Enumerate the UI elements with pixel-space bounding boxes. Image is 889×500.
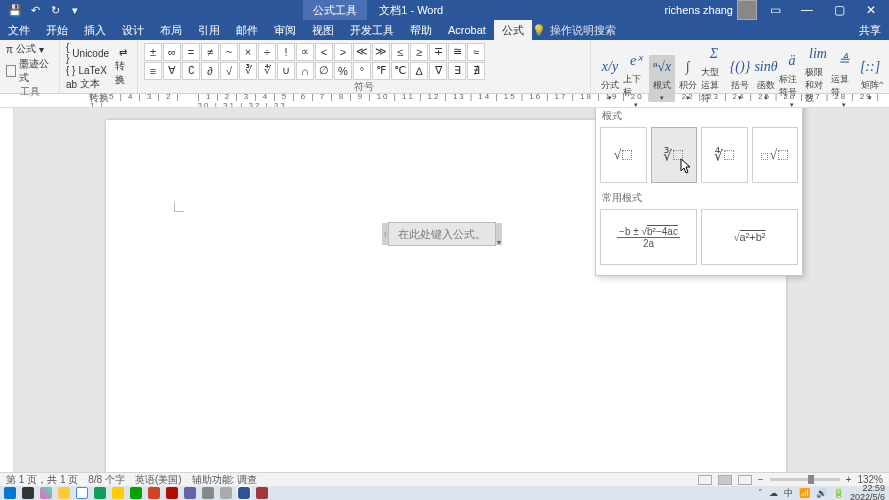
symbol-cell[interactable]: % <box>334 62 352 80</box>
equation-options-dropdown[interactable]: ▾ <box>497 238 501 247</box>
status-page[interactable]: 第 1 页，共 1 页 <box>6 473 78 487</box>
symbol-cell[interactable]: ~ <box>220 43 238 61</box>
latex-option[interactable]: { }LaTeX <box>66 65 107 76</box>
symbol-cell[interactable]: > <box>334 43 352 61</box>
tray-wifi-icon[interactable]: 📶 <box>799 488 810 498</box>
radical-template-nthrt[interactable]: √ <box>752 127 799 183</box>
symbol-cell[interactable]: ∁ <box>182 62 200 80</box>
symbol-cell[interactable]: ≫ <box>372 43 390 61</box>
structure-积分[interactable]: ∫积分▾ <box>675 55 701 102</box>
symbol-cell[interactable]: ℉ <box>372 62 390 80</box>
task-wechat-icon[interactable] <box>94 487 106 499</box>
task-teams-icon[interactable] <box>184 487 196 499</box>
structure-极限和对数[interactable]: lim极限和对数▾ <box>805 42 831 115</box>
task-acrobat-icon[interactable] <box>166 487 178 499</box>
structure-上下标[interactable]: eˣ上下标▾ <box>623 49 649 109</box>
task-app1-icon[interactable] <box>202 487 214 499</box>
structure-大型运算符[interactable]: Σ大型运算符▾ <box>701 42 727 115</box>
text-option[interactable]: ab文本 <box>66 77 100 91</box>
symbol-cell[interactable]: ∂ <box>201 62 219 80</box>
convert-button[interactable]: ⇄ 转换 <box>115 47 131 87</box>
collapse-ribbon-icon[interactable]: ⌃ <box>877 80 885 91</box>
tab-view[interactable]: 视图 <box>304 20 342 40</box>
symbol-cell[interactable]: ≥ <box>410 43 428 61</box>
symbol-cell[interactable]: ∇ <box>429 62 447 80</box>
task-app2-icon[interactable] <box>220 487 232 499</box>
task-copilot-icon[interactable] <box>40 487 52 499</box>
structure-根式[interactable]: ⁿ√x根式▾ <box>649 55 675 102</box>
task-search-icon[interactable] <box>22 487 34 499</box>
tray-battery-icon[interactable]: 🔋 <box>833 488 844 498</box>
unicode-option[interactable]: { }Unicode <box>66 42 109 64</box>
view-read-mode[interactable] <box>698 475 712 485</box>
zoom-slider[interactable] <box>770 478 840 481</box>
equation-content-control[interactable]: ⁝ 在此处键入公式。 ▾ <box>388 222 496 246</box>
symbol-cell[interactable]: × <box>239 43 257 61</box>
task-chrome-icon[interactable] <box>76 487 88 499</box>
minimize-icon[interactable]: — <box>793 0 821 20</box>
symbol-cell[interactable]: ∃ <box>448 62 466 80</box>
qat-more-icon[interactable]: ▾ <box>68 3 82 17</box>
status-language[interactable]: 英语(美国) <box>135 473 182 487</box>
symbol-cell[interactable]: ∪ <box>277 62 295 80</box>
structure-标注符号[interactable]: ä标注符号▾ <box>779 49 805 109</box>
symbol-cell[interactable]: ∓ <box>429 43 447 61</box>
task-ppt-icon[interactable] <box>148 487 160 499</box>
symbol-cell[interactable]: √ <box>220 62 238 80</box>
tell-me-search[interactable]: 💡 操作说明搜索 <box>532 23 616 38</box>
tab-layout[interactable]: 布局 <box>152 20 190 40</box>
symbol-cell[interactable]: ∜ <box>258 62 276 80</box>
tab-insert[interactable]: 插入 <box>76 20 114 40</box>
symbol-cell[interactable]: ∀ <box>163 62 181 80</box>
tab-acrobat[interactable]: Acrobat <box>440 20 494 40</box>
ruler-vertical[interactable] <box>0 108 14 472</box>
symbol-cell[interactable]: ≠ <box>201 43 219 61</box>
task-excel-icon[interactable] <box>130 487 142 499</box>
tab-mailings[interactable]: 邮件 <box>228 20 266 40</box>
share-button[interactable]: 共享 <box>859 23 881 38</box>
symbol-cell[interactable]: ≈ <box>467 43 485 61</box>
tab-file[interactable]: 文件 <box>0 20 38 40</box>
equation-dropdown[interactable]: π公式▾ 墨迹公式 <box>6 42 53 85</box>
symbol-cell[interactable]: ∆ <box>410 62 428 80</box>
symbol-cell[interactable]: ∞ <box>163 43 181 61</box>
symbol-cell[interactable]: ∩ <box>296 62 314 80</box>
task-app3-icon[interactable] <box>256 487 268 499</box>
task-folder-icon[interactable] <box>112 487 124 499</box>
structure-括号[interactable]: {()}括号▾ <box>727 55 753 102</box>
tab-references[interactable]: 引用 <box>190 20 228 40</box>
structure-矩阵[interactable]: [::]矩阵▾ <box>857 55 883 102</box>
ribbon-display-icon[interactable]: ▭ <box>761 0 789 20</box>
tray-ime-icon[interactable]: 中 <box>784 487 793 500</box>
status-word-count[interactable]: 8/8 个字 <box>88 473 125 487</box>
start-icon[interactable] <box>4 487 16 499</box>
tray-cloud-icon[interactable]: ☁ <box>769 488 778 498</box>
symbol-cell[interactable]: ∛ <box>239 62 257 80</box>
radical-common-hypot[interactable]: √a²+b² <box>701 209 798 265</box>
symbol-cell[interactable]: ≡ <box>144 62 162 80</box>
document-workspace[interactable]: ⁝ 在此处键入公式。 ▾ 根式 √ ∛ ∜ √ 常用根式 −b ± √b²−4a… <box>14 108 889 472</box>
symbol-cell[interactable]: ! <box>277 43 295 61</box>
view-web-layout[interactable] <box>738 475 752 485</box>
tray-date[interactable]: 2022/5/6 <box>850 493 885 500</box>
symbol-cell[interactable]: ± <box>144 43 162 61</box>
symbol-cell[interactable]: ÷ <box>258 43 276 61</box>
view-print-layout[interactable] <box>718 475 732 485</box>
user-account[interactable]: richens zhang <box>665 0 758 20</box>
symbol-cell[interactable]: ∅ <box>315 62 333 80</box>
structure-分式[interactable]: x/y分式▾ <box>597 55 623 102</box>
redo-icon[interactable]: ↻ <box>48 3 62 17</box>
structure-运算符[interactable]: ≜运算符▾ <box>831 49 857 109</box>
symbol-cell[interactable]: ≤ <box>391 43 409 61</box>
radical-template-cbrt[interactable]: ∛ <box>651 127 698 183</box>
autosave-icon[interactable]: 💾 <box>8 3 22 17</box>
tray-chevron-icon[interactable]: ˄ <box>758 488 763 498</box>
equation-handle-left[interactable]: ⁝ <box>382 223 388 245</box>
symbol-gallery[interactable]: ±∞=≠~×÷!∝<>≪≫≤≥∓≅≈≡∀∁∂√∛∜∪∩∅%°℉℃∆∇∃∄ <box>144 43 485 80</box>
status-accessibility[interactable]: 辅助功能: 调查 <box>192 473 258 487</box>
symbol-cell[interactable]: ∄ <box>467 62 485 80</box>
structure-函数[interactable]: sinθ函数▾ <box>753 55 779 102</box>
symbol-cell[interactable]: ∝ <box>296 43 314 61</box>
close-icon[interactable]: ✕ <box>857 0 885 20</box>
tab-design[interactable]: 设计 <box>114 20 152 40</box>
